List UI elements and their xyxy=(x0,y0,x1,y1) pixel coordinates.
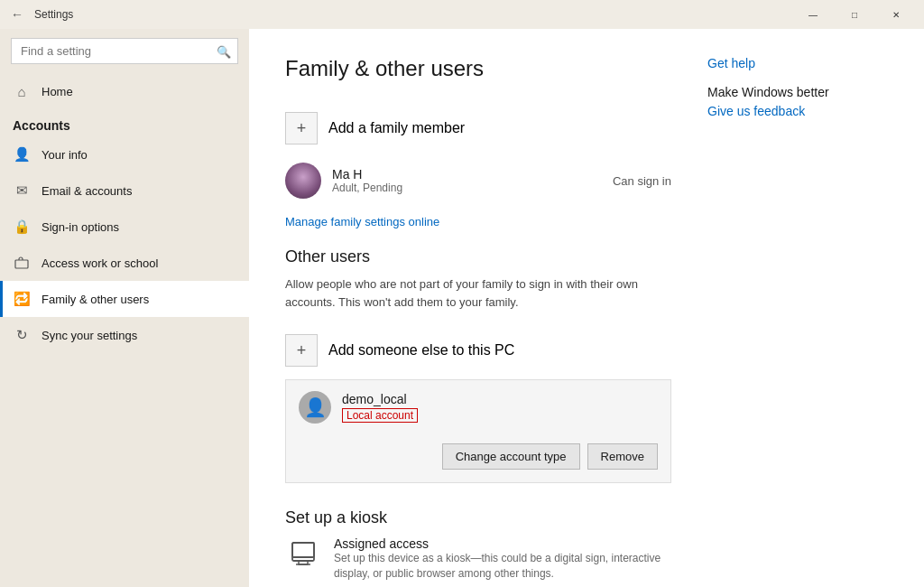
user-avatar: 👤 xyxy=(299,391,331,424)
kiosk-row: Assigned access Set up this device as a … xyxy=(285,536,671,582)
kiosk-assigned-desc: Set up this device as a kiosk—this could… xyxy=(334,551,671,582)
give-feedback-link[interactable]: Give us feedback xyxy=(707,104,805,118)
window-title: Settings xyxy=(34,8,73,21)
svg-rect-2 xyxy=(292,543,314,557)
sidebar-item-sign-in[interactable]: 🔒 Sign-in options xyxy=(0,209,249,245)
member-role: Adult, Pending xyxy=(332,182,602,194)
add-user-row[interactable]: + Add someone else to this PC xyxy=(285,325,671,376)
minimize-button[interactable]: — xyxy=(792,0,834,29)
sidebar-section-header: Accounts xyxy=(0,109,249,136)
home-icon: ⌂ xyxy=(13,82,31,100)
add-family-label: Add a family member xyxy=(328,120,465,136)
sidebar-item-your-info-label: Your info xyxy=(42,148,88,162)
kiosk-assigned-title: Assigned access xyxy=(334,536,671,551)
user-avatar-icon: 👤 xyxy=(304,396,327,418)
sidebar-item-family-label: Family & other users xyxy=(42,293,149,306)
user-card-header: 👤 demo_local Local account xyxy=(286,380,670,434)
app-body: 🔍 ⌂ Home Accounts 👤 Your info ✉ Email & … xyxy=(0,29,924,587)
user-card-name: demo_local xyxy=(342,392,418,406)
email-icon: ✉ xyxy=(13,182,31,200)
kiosk-icon xyxy=(285,536,321,573)
window-controls: — □ ✕ xyxy=(792,0,917,29)
maximize-button[interactable]: □ xyxy=(834,0,875,29)
main-content: Family & other users + Add a family memb… xyxy=(249,29,924,587)
content-left: Family & other users + Add a family memb… xyxy=(285,56,671,560)
sign-in-icon: 🔒 xyxy=(13,218,31,236)
user-card-type: Local account xyxy=(342,408,418,423)
sidebar-item-sync-label: Sync your settings xyxy=(42,329,137,342)
remove-button[interactable]: Remove xyxy=(587,443,658,470)
your-info-icon: 👤 xyxy=(13,145,31,163)
close-button[interactable]: ✕ xyxy=(875,0,917,29)
get-help-link[interactable]: Get help xyxy=(707,56,888,70)
sidebar-item-work-school[interactable]: Access work or school xyxy=(0,245,249,281)
svg-rect-1 xyxy=(292,543,314,561)
make-windows-better-text: Make Windows better xyxy=(707,85,888,99)
sidebar-item-home[interactable]: ⌂ Home xyxy=(0,73,249,109)
other-users-desc: Allow people who are not part of your fa… xyxy=(285,275,671,311)
manage-family-link[interactable]: Manage family settings online xyxy=(285,215,439,228)
user-card-info: demo_local Local account xyxy=(342,392,418,423)
change-account-type-button[interactable]: Change account type xyxy=(442,443,580,470)
other-users-title: Other users xyxy=(285,247,671,266)
member-info: Ma H Adult, Pending xyxy=(332,167,602,194)
sidebar-item-sign-in-label: Sign-in options xyxy=(42,220,119,234)
user-card-actions: Change account type Remove xyxy=(286,434,670,482)
sidebar-item-your-info[interactable]: 👤 Your info xyxy=(0,136,249,172)
add-family-row[interactable]: + Add a family member xyxy=(285,103,671,154)
sidebar-item-sync[interactable]: ↻ Sync your settings xyxy=(0,317,249,353)
add-user-label: Add someone else to this PC xyxy=(328,342,514,359)
sidebar-item-work-label: Access work or school xyxy=(42,256,158,270)
add-user-icon: + xyxy=(285,334,318,367)
member-avatar-img xyxy=(285,163,321,199)
page-title: Family & other users xyxy=(285,56,671,81)
member-status: Can sign in xyxy=(613,174,671,188)
member-name: Ma H xyxy=(332,167,602,182)
sidebar-item-email-label: Email & accounts xyxy=(42,184,132,198)
right-panel: Get help Make Windows better Give us fee… xyxy=(707,56,888,560)
user-card: 👤 demo_local Local account Change accoun… xyxy=(285,379,671,483)
kiosk-section: Set up a kiosk Assigned access Set up th… xyxy=(285,508,671,582)
sidebar-home-label: Home xyxy=(42,85,73,98)
svg-rect-0 xyxy=(15,260,28,268)
work-icon xyxy=(13,254,31,272)
sync-icon: ↻ xyxy=(13,326,31,344)
family-member-row: Ma H Adult, Pending Can sign in xyxy=(285,154,671,208)
back-button[interactable]: ← xyxy=(7,7,27,22)
kiosk-title: Set up a kiosk xyxy=(285,508,671,527)
sidebar-item-email-accounts[interactable]: ✉ Email & accounts xyxy=(0,172,249,209)
search-input[interactable] xyxy=(11,38,238,64)
kiosk-info: Assigned access Set up this device as a … xyxy=(334,536,671,582)
sidebar: 🔍 ⌂ Home Accounts 👤 Your info ✉ Email & … xyxy=(0,29,249,587)
family-icon: 🔁 xyxy=(13,290,31,308)
search-container: 🔍 xyxy=(11,38,238,64)
add-family-icon: + xyxy=(285,112,318,144)
sidebar-item-family-users[interactable]: 🔁 Family & other users xyxy=(0,281,249,317)
title-bar: ← Settings — □ ✕ xyxy=(0,0,924,29)
member-avatar xyxy=(285,163,321,199)
